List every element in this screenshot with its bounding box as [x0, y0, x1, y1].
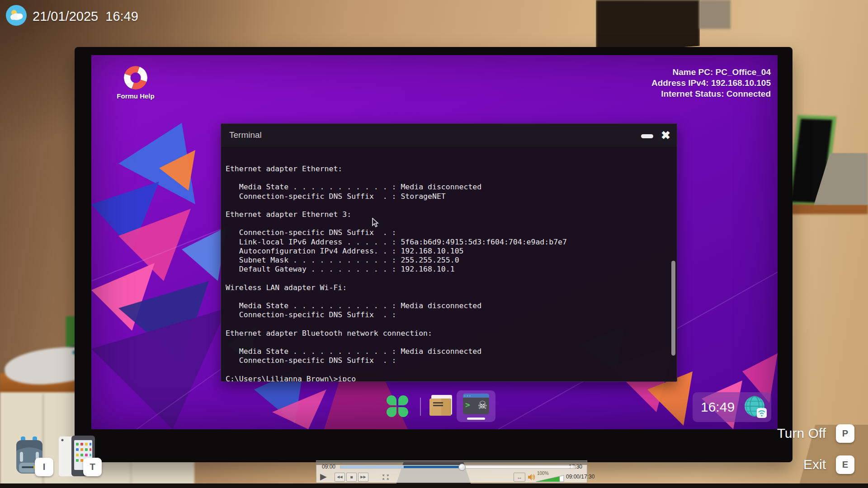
seek-handle[interactable]: [458, 464, 466, 471]
network-globe-icon[interactable]: [742, 394, 768, 420]
turn-off-key-badge[interactable]: P: [836, 424, 854, 443]
terminal-body: Ethernet adapter Ethernet: Media State .…: [221, 147, 677, 381]
stop-button[interactable]: ■: [346, 473, 357, 482]
skull-icon: ☠: [477, 399, 487, 412]
volume-slider[interactable]: [536, 475, 564, 482]
terminal-titlebar[interactable]: Terminal ✖: [221, 124, 677, 147]
pc-ipv4: Address IPv4: 192.168.10.105: [651, 78, 771, 89]
lifebuoy-icon: [124, 66, 147, 89]
hacker-terminal-icon: • • • > ☠: [463, 394, 489, 414]
loop-icon[interactable]: ↔: [514, 473, 525, 482]
terminal-scrollbar[interactable]: [671, 261, 675, 356]
terminal-output: Ethernet adapter Ethernet: Media State .…: [221, 147, 677, 381]
room-shelf: [791, 204, 868, 214]
hud-datetime: 21/01/2025 16:49: [33, 9, 138, 24]
close-button[interactable]: ✖: [661, 128, 670, 142]
seek-bar[interactable]: [340, 465, 575, 469]
speaker-icon[interactable]: [527, 473, 535, 481]
exit-label[interactable]: Exit: [803, 457, 826, 472]
prompt-icon: >: [465, 400, 470, 409]
room-wall-corner: [699, 0, 731, 29]
monitor: Formu Help Name PC: PC_Office_04 Address…: [75, 47, 793, 462]
seek-played: [404, 466, 462, 468]
floor: [0, 483, 868, 488]
fullscreen-segments-icon[interactable]: [381, 473, 391, 482]
seek-buffered: [340, 466, 404, 468]
file-explorer-button[interactable]: [429, 395, 454, 418]
minimize-button[interactable]: [641, 134, 653, 138]
clover-icon: [387, 395, 396, 405]
mouse-cursor-icon: [372, 218, 379, 228]
media-player-bar[interactable]: 09:00 17:30 ▶ ◀◀ ■ ▶▶ ↔ 100% 09:00/17:30: [316, 460, 587, 483]
room-cabinet: [596, 0, 700, 53]
active-app-indicator: [467, 418, 485, 420]
exit-key-badge[interactable]: E: [836, 455, 854, 474]
pc-internet-status: Internet Status: Connected: [651, 89, 771, 99]
turn-off-label[interactable]: Turn Off: [777, 426, 826, 441]
tablet-key-badge[interactable]: T: [83, 458, 102, 476]
start-button[interactable]: [387, 395, 408, 417]
terminal-app-button[interactable]: • • • > ☠: [457, 390, 495, 422]
play-button[interactable]: ▶: [320, 472, 330, 482]
player-start-time: 09:00: [322, 464, 335, 470]
tray-clock: 16:49: [701, 399, 735, 415]
game-scene: Formu Help Name PC: PC_Office_04 Address…: [0, 0, 868, 488]
system-tray[interactable]: 16:49: [693, 392, 771, 422]
next-button[interactable]: ▶▶: [358, 473, 368, 482]
inventory-key-badge[interactable]: I: [35, 458, 53, 476]
weather-icon: [5, 5, 27, 26]
terminal-title: Terminal: [229, 130, 262, 140]
desktop-icon-formu-help[interactable]: Formu Help: [108, 64, 163, 109]
virtual-desktop[interactable]: Formu Help Name PC: PC_Office_04 Address…: [91, 55, 778, 429]
previous-button[interactable]: ◀◀: [335, 473, 345, 482]
terminal-window[interactable]: Terminal ✖ Ethernet adapter Ethernet: Me…: [221, 123, 677, 382]
taskbar-separator: [420, 398, 421, 416]
player-time-display: 09:00/17:30: [566, 474, 594, 480]
pc-name: Name PC: PC_Office_04: [651, 67, 771, 78]
desktop-icon-label: Formu Help: [108, 92, 163, 100]
pc-info-panel: Name PC: PC_Office_04 Address IPv4: 192.…: [651, 67, 771, 99]
